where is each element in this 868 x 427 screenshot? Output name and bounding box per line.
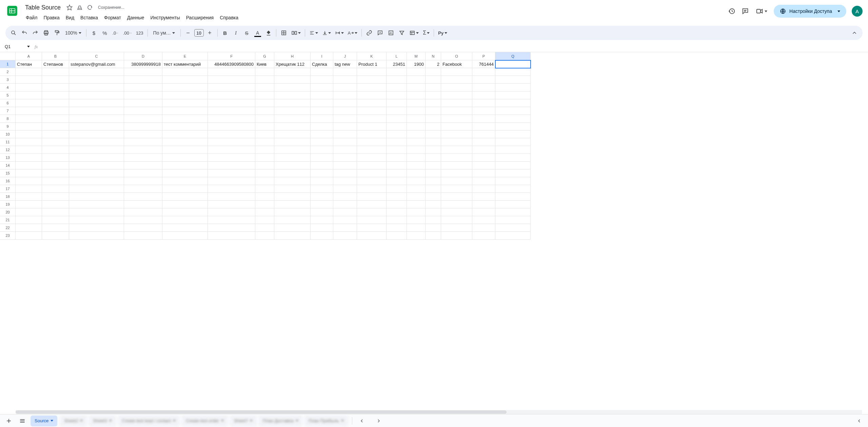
functions-icon[interactable]: Σ: [421, 28, 431, 38]
cell-N11[interactable]: [426, 138, 441, 146]
cell-I19[interactable]: [311, 201, 333, 208]
row-head-20[interactable]: 20: [0, 208, 16, 216]
cell-E15[interactable]: [162, 169, 208, 177]
cell-M13[interactable]: [407, 154, 426, 162]
cell-O12[interactable]: [441, 146, 472, 154]
cell-C23[interactable]: [69, 232, 124, 240]
menu-edit[interactable]: Правка: [41, 14, 62, 22]
cell-G7[interactable]: [255, 107, 274, 115]
cell-D2[interactable]: [124, 68, 162, 76]
share-dropdown-icon[interactable]: [837, 11, 840, 12]
cell-J7[interactable]: [333, 107, 357, 115]
sheet-tab-blurred-3[interactable]: Create test order: [182, 415, 228, 426]
chart-icon[interactable]: [386, 28, 396, 38]
cell-A22[interactable]: [16, 224, 42, 232]
cell-K3[interactable]: [357, 76, 387, 84]
cell-P17[interactable]: [472, 185, 495, 193]
cell-G8[interactable]: [255, 115, 274, 123]
cell-G23[interactable]: [255, 232, 274, 240]
cell-F2[interactable]: [208, 68, 255, 76]
sheet-tab-blurred-2[interactable]: Create test lead / contact: [118, 415, 180, 426]
cell-I16[interactable]: [311, 177, 333, 185]
cell-L14[interactable]: [387, 162, 407, 169]
collapse-toolbar-icon[interactable]: [850, 28, 859, 38]
cell-A13[interactable]: [16, 154, 42, 162]
cell-B4[interactable]: [42, 84, 69, 92]
cell-G18[interactable]: [255, 193, 274, 201]
cell-J2[interactable]: [333, 68, 357, 76]
cell-F15[interactable]: [208, 169, 255, 177]
cell-J21[interactable]: [333, 216, 357, 224]
cell-E21[interactable]: [162, 216, 208, 224]
cell-G13[interactable]: [255, 154, 274, 162]
cell-N8[interactable]: [426, 115, 441, 123]
cell-Q4[interactable]: [495, 84, 531, 92]
cell-E6[interactable]: [162, 99, 208, 107]
cell-I18[interactable]: [311, 193, 333, 201]
cell-O14[interactable]: [441, 162, 472, 169]
cell-P6[interactable]: [472, 99, 495, 107]
cell-J10[interactable]: [333, 130, 357, 138]
cell-E11[interactable]: [162, 138, 208, 146]
cell-L15[interactable]: [387, 169, 407, 177]
cell-A19[interactable]: [16, 201, 42, 208]
sheet-tab-blurred-0[interactable]: Sheet2: [60, 415, 87, 426]
col-head-I[interactable]: I: [311, 52, 333, 60]
cell-J6[interactable]: [333, 99, 357, 107]
menu-insert[interactable]: Вставка: [78, 14, 101, 22]
cell-K11[interactable]: [357, 138, 387, 146]
cell-I17[interactable]: [311, 185, 333, 193]
sheet-tab-blurred-5[interactable]: План Доставка: [259, 415, 302, 426]
text-rotation-icon[interactable]: A: [347, 28, 359, 38]
cell-F9[interactable]: [208, 123, 255, 130]
cell-A17[interactable]: [16, 185, 42, 193]
meet-icon[interactable]: [755, 7, 768, 15]
cell-O5[interactable]: [441, 92, 472, 99]
cell-B21[interactable]: [42, 216, 69, 224]
cell-O19[interactable]: [441, 201, 472, 208]
cell-P22[interactable]: [472, 224, 495, 232]
cell-H16[interactable]: [274, 177, 311, 185]
cell-J3[interactable]: [333, 76, 357, 84]
font-select[interactable]: По ум…: [151, 28, 178, 38]
cell-L10[interactable]: [387, 130, 407, 138]
cell-J18[interactable]: [333, 193, 357, 201]
cell-D17[interactable]: [124, 185, 162, 193]
cell-Q16[interactable]: [495, 177, 531, 185]
cell-P21[interactable]: [472, 216, 495, 224]
cell-A2[interactable]: [16, 68, 42, 76]
cell-F21[interactable]: [208, 216, 255, 224]
cell-M17[interactable]: [407, 185, 426, 193]
cell-J23[interactable]: [333, 232, 357, 240]
cell-F6[interactable]: [208, 99, 255, 107]
cell-P14[interactable]: [472, 162, 495, 169]
cell-Q10[interactable]: [495, 130, 531, 138]
cell-C12[interactable]: [69, 146, 124, 154]
cell-L3[interactable]: [387, 76, 407, 84]
undo-icon[interactable]: [20, 28, 29, 38]
cell-H10[interactable]: [274, 130, 311, 138]
cell-K10[interactable]: [357, 130, 387, 138]
cell-Q15[interactable]: [495, 169, 531, 177]
select-all-corner[interactable]: [0, 52, 16, 60]
more-formats[interactable]: 123: [135, 28, 145, 38]
cell-D14[interactable]: [124, 162, 162, 169]
cell-N20[interactable]: [426, 208, 441, 216]
cell-H3[interactable]: [274, 76, 311, 84]
cell-D20[interactable]: [124, 208, 162, 216]
cell-I11[interactable]: [311, 138, 333, 146]
add-sheet-icon[interactable]: [3, 415, 14, 426]
cell-E17[interactable]: [162, 185, 208, 193]
cell-M4[interactable]: [407, 84, 426, 92]
cell-J17[interactable]: [333, 185, 357, 193]
cell-B12[interactable]: [42, 146, 69, 154]
cell-M6[interactable]: [407, 99, 426, 107]
cell-E20[interactable]: [162, 208, 208, 216]
fill-color-icon[interactable]: [264, 28, 273, 38]
cell-G19[interactable]: [255, 201, 274, 208]
explore-collapse-icon[interactable]: [854, 415, 865, 426]
cell-K18[interactable]: [357, 193, 387, 201]
cell-E16[interactable]: [162, 177, 208, 185]
font-size-input[interactable]: [194, 29, 204, 37]
col-head-N[interactable]: N: [426, 52, 441, 60]
